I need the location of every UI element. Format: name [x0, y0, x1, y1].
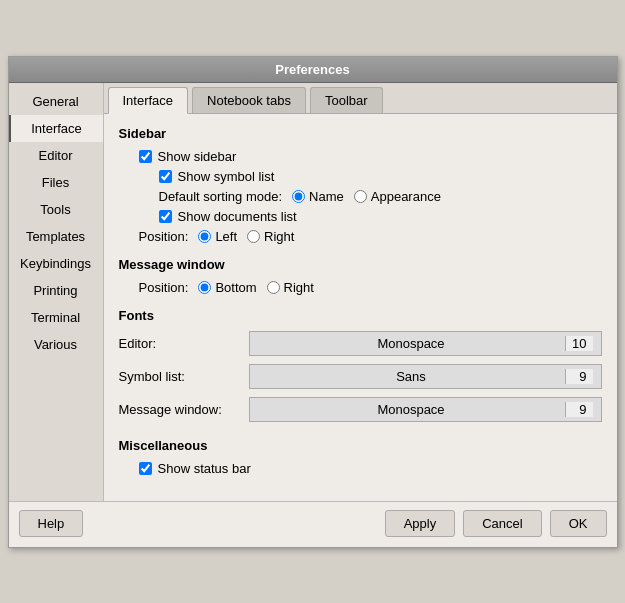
font-symbol-list-size: 9: [565, 369, 593, 384]
msg-position-row: Position: Bottom Right: [139, 280, 602, 295]
nav-item-interface[interactable]: Interface: [9, 115, 103, 142]
sidebar-pos-right-label: Right: [264, 229, 294, 244]
sidebar-position-radio-group: Left Right: [198, 229, 294, 244]
tab-interface[interactable]: Interface: [108, 87, 189, 114]
message-window-section-title: Message window: [119, 257, 602, 272]
show-sidebar-label: Show sidebar: [158, 149, 237, 164]
sidebar-pos-right-radio[interactable]: [247, 230, 260, 243]
bottom-right-buttons: Apply Cancel OK: [385, 510, 607, 537]
tab-content-interface: Sidebar Show sidebar Show symbol list De…: [104, 114, 617, 491]
show-status-bar-row: Show status bar: [139, 461, 602, 476]
show-symbol-list-checkbox[interactable]: [159, 170, 172, 183]
show-symbol-list-label: Show symbol list: [178, 169, 275, 184]
font-editor-row: Editor: Monospace 10: [119, 331, 602, 356]
font-message-window-label: Message window:: [119, 402, 249, 417]
nav-item-terminal[interactable]: Terminal: [9, 304, 103, 331]
dialog-title: Preferences: [275, 62, 349, 77]
default-sorting-label: Default sorting mode:: [159, 189, 283, 204]
sidebar-pos-right-option: Right: [247, 229, 294, 244]
sidebar-position-label: Position:: [139, 229, 189, 244]
misc-section-title: Miscellaneous: [119, 438, 602, 453]
show-status-bar-label: Show status bar: [158, 461, 251, 476]
tab-toolbar[interactable]: Toolbar: [310, 87, 383, 113]
font-symbol-list-row: Symbol list: Sans 9: [119, 364, 602, 389]
font-editor-size: 10: [565, 336, 593, 351]
show-sidebar-checkbox[interactable]: [139, 150, 152, 163]
sidebar-pos-left-label: Left: [215, 229, 237, 244]
font-editor-name: Monospace: [258, 336, 565, 351]
content-area: Interface Notebook tabs Toolbar Sidebar …: [104, 83, 617, 501]
title-bar: Preferences: [9, 57, 617, 83]
nav-item-printing[interactable]: Printing: [9, 277, 103, 304]
font-symbol-list-button[interactable]: Sans 9: [249, 364, 602, 389]
sorting-radio-group: Name Appearance: [292, 189, 441, 204]
msg-pos-bottom-option: Bottom: [198, 280, 256, 295]
show-documents-list-label: Show documents list: [178, 209, 297, 224]
bottom-bar: Help Apply Cancel OK: [9, 501, 617, 547]
sort-name-option: Name: [292, 189, 344, 204]
apply-button[interactable]: Apply: [385, 510, 456, 537]
font-editor-label: Editor:: [119, 336, 249, 351]
font-symbol-list-name: Sans: [258, 369, 565, 384]
nav-item-templates[interactable]: Templates: [9, 223, 103, 250]
msg-pos-bottom-radio[interactable]: [198, 281, 211, 294]
sidebar-nav: General Interface Editor Files Tools Tem…: [9, 83, 104, 501]
msg-pos-right-radio[interactable]: [267, 281, 280, 294]
default-sorting-row: Default sorting mode: Name Appearance: [159, 189, 602, 204]
ok-button[interactable]: OK: [550, 510, 607, 537]
show-symbol-list-row: Show symbol list: [159, 169, 602, 184]
nav-item-editor[interactable]: Editor: [9, 142, 103, 169]
cancel-button[interactable]: Cancel: [463, 510, 541, 537]
msg-pos-right-option: Right: [267, 280, 314, 295]
font-message-window-name: Monospace: [258, 402, 565, 417]
font-symbol-list-label: Symbol list:: [119, 369, 249, 384]
msg-position-radio-group: Bottom Right: [198, 280, 314, 295]
sort-name-radio[interactable]: [292, 190, 305, 203]
nav-item-various[interactable]: Various: [9, 331, 103, 358]
dialog-body: General Interface Editor Files Tools Tem…: [9, 83, 617, 501]
msg-pos-right-label: Right: [284, 280, 314, 295]
sidebar-position-row: Position: Left Right: [139, 229, 602, 244]
preferences-dialog: Preferences General Interface Editor Fil…: [8, 56, 618, 548]
sidebar-pos-left-radio[interactable]: [198, 230, 211, 243]
font-message-window-size: 9: [565, 402, 593, 417]
sort-appearance-radio[interactable]: [354, 190, 367, 203]
nav-item-files[interactable]: Files: [9, 169, 103, 196]
font-message-window-row: Message window: Monospace 9: [119, 397, 602, 422]
show-sidebar-row: Show sidebar: [139, 149, 602, 164]
font-editor-button[interactable]: Monospace 10: [249, 331, 602, 356]
msg-pos-bottom-label: Bottom: [215, 280, 256, 295]
show-documents-list-checkbox[interactable]: [159, 210, 172, 223]
font-message-window-button[interactable]: Monospace 9: [249, 397, 602, 422]
tabs-bar: Interface Notebook tabs Toolbar: [104, 83, 617, 114]
nav-item-general[interactable]: General: [9, 88, 103, 115]
help-button[interactable]: Help: [19, 510, 84, 537]
nav-item-keybindings[interactable]: Keybindings: [9, 250, 103, 277]
sort-appearance-option: Appearance: [354, 189, 441, 204]
sidebar-pos-left-option: Left: [198, 229, 237, 244]
tab-notebook-tabs[interactable]: Notebook tabs: [192, 87, 306, 113]
nav-item-tools[interactable]: Tools: [9, 196, 103, 223]
fonts-section-title: Fonts: [119, 308, 602, 323]
show-status-bar-checkbox[interactable]: [139, 462, 152, 475]
msg-position-label: Position:: [139, 280, 189, 295]
show-documents-list-row: Show documents list: [159, 209, 602, 224]
sort-name-label: Name: [309, 189, 344, 204]
sort-appearance-label: Appearance: [371, 189, 441, 204]
sidebar-section-title: Sidebar: [119, 126, 602, 141]
